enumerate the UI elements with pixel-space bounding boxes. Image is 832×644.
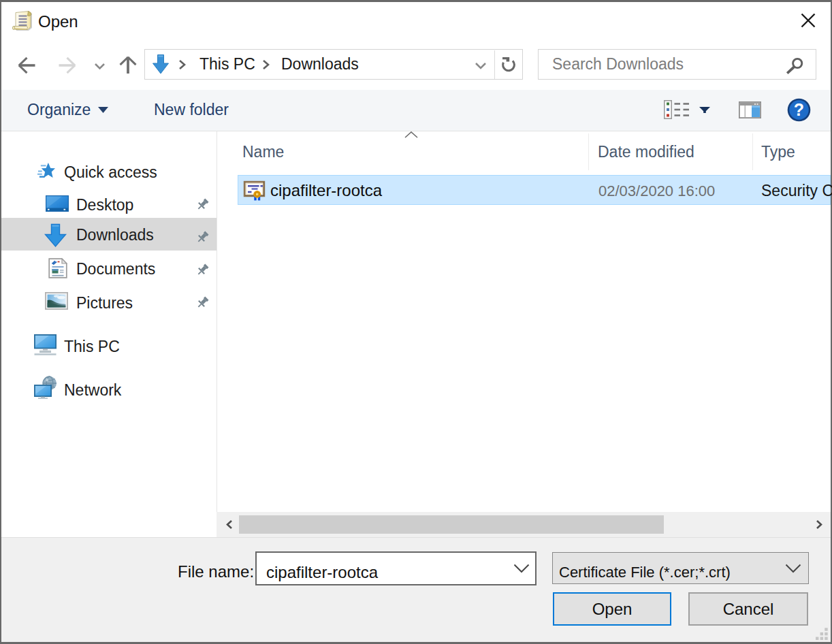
svg-text:?: ?: [794, 100, 804, 119]
